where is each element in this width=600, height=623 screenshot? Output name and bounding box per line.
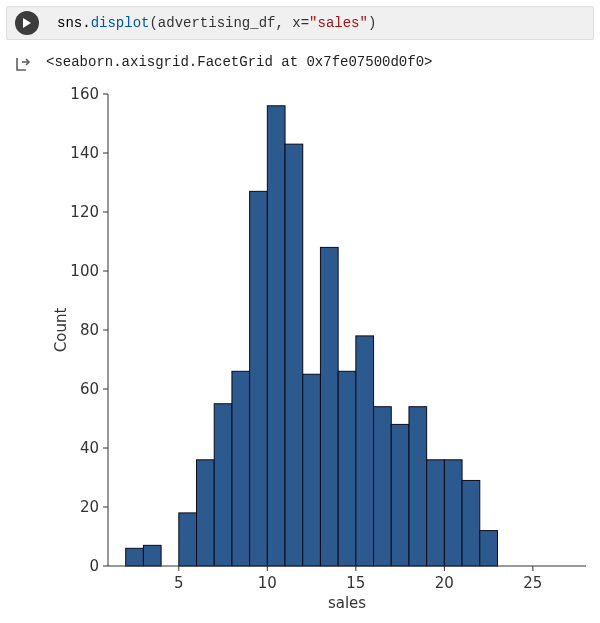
bar bbox=[143, 545, 161, 566]
bar bbox=[374, 407, 392, 566]
x-tick-label: 10 bbox=[258, 574, 277, 592]
code-token-open: ( bbox=[149, 15, 157, 31]
y-tick-label: 20 bbox=[80, 498, 99, 516]
bar bbox=[480, 531, 498, 566]
code-token-kwarg: x bbox=[292, 15, 300, 31]
code-token-dot: . bbox=[82, 15, 90, 31]
bar bbox=[356, 336, 374, 566]
bar bbox=[409, 407, 427, 566]
bar bbox=[338, 371, 356, 566]
code-token-quote-open: " bbox=[309, 15, 317, 31]
code-token-comma: , bbox=[275, 15, 292, 31]
y-tick-label: 120 bbox=[70, 203, 99, 221]
code-token-arg1: advertising_df bbox=[158, 15, 276, 31]
x-tick-label: 25 bbox=[523, 574, 542, 592]
y-tick-label: 160 bbox=[70, 85, 99, 103]
bar bbox=[197, 460, 215, 566]
bar bbox=[250, 191, 268, 566]
histogram-svg: 020406080100120140160510152025salesCount bbox=[50, 84, 590, 614]
x-tick-label: 5 bbox=[174, 574, 184, 592]
output-icon bbox=[14, 56, 32, 78]
output-row: <seaborn.axisgrid.FacetGrid at 0x7fe0750… bbox=[14, 54, 590, 78]
code-token-obj: sns bbox=[57, 15, 82, 31]
code-cell: sns.displot(advertising_df, x="sales") bbox=[6, 6, 594, 40]
y-tick-label: 0 bbox=[89, 557, 99, 575]
x-tick-label: 20 bbox=[435, 574, 454, 592]
output-repr: <seaborn.axisgrid.FacetGrid at 0x7fe0750… bbox=[46, 54, 432, 70]
bar bbox=[391, 424, 409, 566]
play-icon bbox=[22, 18, 32, 28]
code-token-strval: sales bbox=[318, 15, 360, 31]
bar bbox=[214, 404, 232, 566]
y-tick-label: 80 bbox=[80, 321, 99, 339]
bar bbox=[427, 460, 445, 566]
code-token-method: displot bbox=[91, 15, 150, 31]
y-tick-label: 40 bbox=[80, 439, 99, 457]
bar bbox=[444, 460, 462, 566]
x-axis-label: sales bbox=[328, 594, 366, 612]
bar bbox=[179, 513, 197, 566]
code-token-eq: = bbox=[301, 15, 309, 31]
bar bbox=[462, 480, 480, 566]
code-token-quote-close: " bbox=[360, 15, 368, 31]
bar bbox=[267, 106, 285, 566]
code-line[interactable]: sns.displot(advertising_df, x="sales") bbox=[57, 15, 376, 31]
bar bbox=[232, 371, 250, 566]
y-tick-label: 60 bbox=[80, 380, 99, 398]
y-tick-label: 140 bbox=[70, 144, 99, 162]
bar bbox=[303, 374, 321, 566]
bar bbox=[285, 144, 303, 566]
bar bbox=[126, 548, 144, 566]
run-button[interactable] bbox=[15, 11, 39, 35]
bar bbox=[320, 247, 338, 566]
x-tick-label: 15 bbox=[346, 574, 365, 592]
chart: 020406080100120140160510152025salesCount bbox=[50, 84, 590, 614]
y-tick-label: 100 bbox=[70, 262, 99, 280]
code-token-close: ) bbox=[368, 15, 376, 31]
y-axis-label: Count bbox=[52, 308, 70, 353]
